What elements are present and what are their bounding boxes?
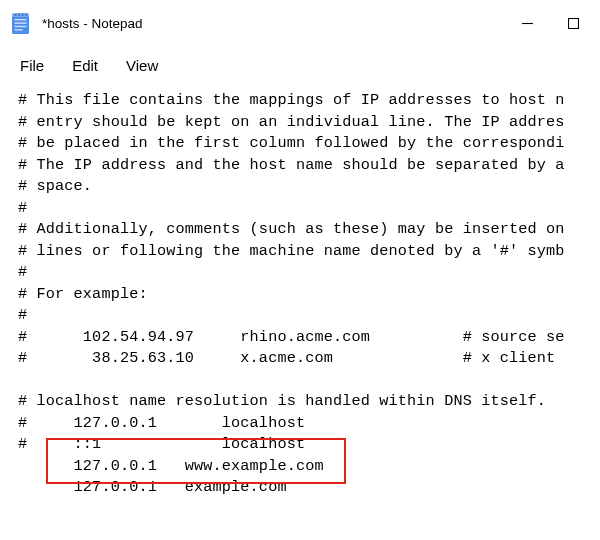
svg-rect-11 — [568, 18, 578, 28]
svg-rect-0 — [12, 15, 29, 34]
svg-rect-3 — [15, 25, 27, 26]
svg-point-9 — [25, 14, 27, 16]
window-title: *hosts - Notepad — [42, 16, 143, 31]
menu-view[interactable]: View — [112, 51, 172, 80]
minimize-button[interactable] — [504, 0, 550, 46]
svg-point-6 — [15, 14, 17, 16]
maximize-button[interactable] — [550, 0, 596, 46]
editor-area[interactable]: # This file contains the mappings of IP … — [0, 82, 600, 499]
notepad-app-icon — [12, 12, 30, 34]
svg-point-7 — [18, 14, 20, 16]
svg-rect-2 — [15, 22, 27, 23]
titlebar: *hosts - Notepad — [0, 0, 600, 46]
menu-edit[interactable]: Edit — [58, 51, 112, 80]
svg-rect-4 — [15, 29, 23, 30]
editor-content[interactable]: # This file contains the mappings of IP … — [0, 90, 600, 499]
svg-point-8 — [22, 14, 24, 16]
menu-file[interactable]: File — [6, 51, 58, 80]
svg-rect-1 — [15, 19, 27, 20]
menubar: File Edit View — [0, 48, 600, 82]
